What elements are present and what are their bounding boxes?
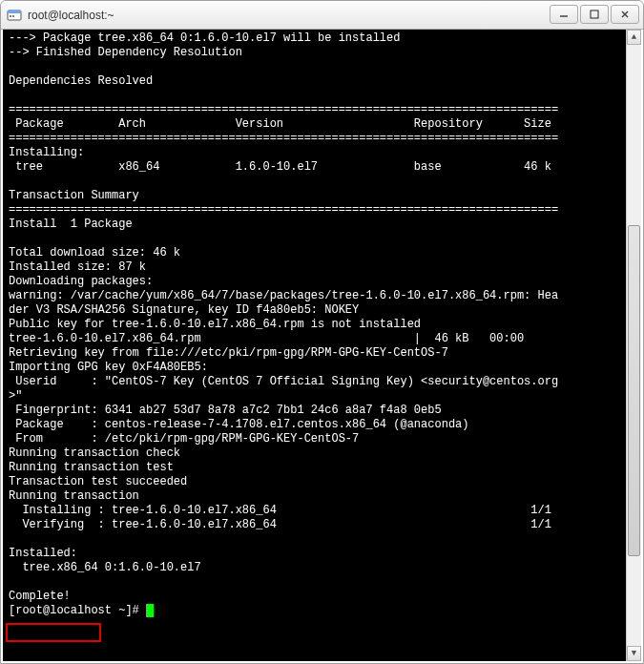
term-line: Public key for tree-1.6.0-10.el7.x86_64.… — [9, 318, 421, 331]
term-line: Dependencies Resolved — [9, 74, 153, 88]
close-button[interactable] — [611, 5, 639, 24]
term-line: Retrieving key from file:///etc/pki/rpm-… — [9, 346, 448, 360]
terminal-output[interactable]: ---> Package tree.x86_64 0:1.6.0-10.el7 … — [3, 30, 641, 661]
svg-rect-5 — [591, 10, 598, 18]
scroll-track[interactable] — [627, 45, 641, 646]
term-line: warning: /var/cache/yum/x86_64/7/base/pa… — [9, 289, 558, 302]
scroll-thumb[interactable] — [628, 225, 640, 556]
term-line: From : /etc/pki/rpm-gpg/RPM-GPG-KEY-Cent… — [9, 432, 359, 446]
term-line: tree-1.6.0-10.el7.x86_64.rpm | 46 kB 00:… — [9, 332, 524, 345]
term-line: Installed: — [9, 547, 77, 560]
minimize-button[interactable] — [550, 5, 578, 24]
terminal-container: ---> Package tree.x86_64 0:1.6.0-10.el7 … — [3, 30, 641, 661]
titlebar[interactable]: root@localhost:~ — [1, 1, 643, 30]
cursor — [146, 604, 154, 617]
svg-point-2 — [10, 15, 11, 17]
scroll-up-button[interactable]: ▲ — [627, 30, 641, 45]
ssh-terminal-window: root@localhost:~ ---> Package tree.x86_6… — [0, 0, 644, 664]
term-line: Transaction test succeeded — [9, 475, 187, 488]
term-line: ========================================… — [9, 103, 558, 116]
term-line: Downloading packages: — [9, 275, 153, 288]
window-title: root@localhost:~ — [28, 9, 114, 22]
term-line: --> Finished Dependency Resolution — [9, 46, 242, 59]
term-line: ---> Package tree.x86_64 0:1.6.0-10.el7 … — [9, 31, 400, 45]
term-line: >" — [9, 389, 22, 403]
term-line: Installed size: 87 k — [9, 260, 146, 274]
prompt-line: [root@localhost ~]# — [9, 604, 146, 617]
app-icon — [7, 8, 22, 23]
svg-rect-1 — [8, 10, 21, 13]
term-line: Running transaction — [9, 489, 139, 503]
svg-point-3 — [12, 15, 14, 17]
term-line: Package Arch Version Repository Size — [9, 117, 551, 131]
maximize-button[interactable] — [580, 5, 609, 24]
term-line: Running transaction check — [9, 446, 180, 460]
term-line: ========================================… — [9, 203, 558, 217]
term-line: Userid : "CentOS-7 Key (CentOS 7 Officia… — [9, 375, 558, 388]
term-line: Installing : tree-1.6.0-10.el7.x86_64 1/… — [9, 504, 551, 517]
term-line: Fingerprint: 6341 ab27 53d7 8a78 a7c2 7b… — [9, 404, 442, 417]
term-line: Complete! — [9, 590, 71, 603]
term-line: Running transaction test — [9, 461, 174, 474]
window-controls — [550, 5, 639, 24]
term-line: Install 1 Package — [9, 218, 133, 231]
term-line: Package : centos-release-7-4.1708.el7.ce… — [9, 418, 468, 431]
term-line: tree x86_64 1.6.0-10.el7 base 46 k — [9, 160, 551, 174]
term-line: Total download size: 46 k — [9, 246, 180, 259]
term-line: Importing GPG key 0xF4A80EB5: — [9, 361, 208, 374]
term-line: tree.x86_64 0:1.6.0-10.el7 — [9, 561, 201, 574]
scrollbar[interactable]: ▲ ▼ — [626, 30, 641, 661]
term-line: ========================================… — [9, 132, 558, 145]
term-line: Transaction Summary — [9, 189, 139, 202]
term-line: Verifying : tree-1.6.0-10.el7.x86_64 1/1 — [9, 518, 551, 531]
term-line: Installing: — [9, 146, 84, 159]
scroll-down-button[interactable]: ▼ — [627, 646, 641, 661]
term-line: der V3 RSA/SHA256 Signature, key ID f4a8… — [9, 303, 359, 317]
